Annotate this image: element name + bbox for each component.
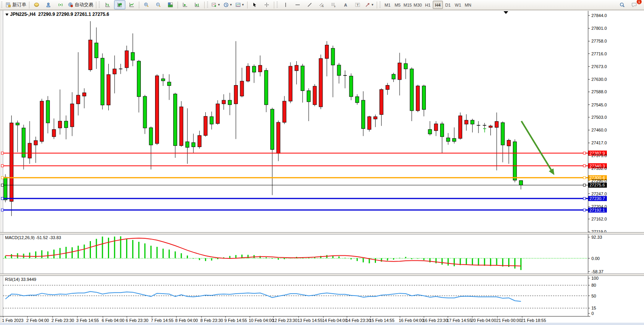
status-strip [0, 323, 644, 325]
dropdown-caret-icon[interactable]: ▼ [241, 3, 244, 7]
macd-histogram-bar [211, 258, 212, 261]
tile-windows-button[interactable] [165, 0, 176, 9]
funds-button[interactable] [31, 0, 42, 9]
fibonacci-button[interactable]: F [328, 0, 339, 9]
dropdown-caret-icon[interactable]: ▼ [217, 3, 220, 7]
toolbar-separator [377, 2, 377, 9]
text-label-button[interactable]: T [352, 0, 363, 9]
bear-candle [192, 143, 195, 147]
macd-histogram-bar [132, 240, 133, 258]
timeframe-h1-button[interactable]: H1 [423, 1, 433, 9]
crosshair-button[interactable] [261, 0, 272, 9]
notifications-button[interactable]: 1 [629, 0, 640, 9]
macd-histogram-bar [441, 258, 442, 265]
bull-candle [240, 81, 244, 96]
bear-candle [161, 79, 165, 81]
macd-histogram-bar [72, 247, 73, 258]
zoom-in-button[interactable] [141, 0, 152, 9]
chart-title: JPN225-,H4 27290.9 27290.9 27261.1 27275… [5, 12, 109, 17]
chart-shift-button[interactable] [191, 0, 203, 9]
rsi-indicator-label: RSI(14) 33.9449 [5, 277, 36, 282]
macd-histogram-bar [150, 246, 152, 258]
price-line-label: 27230.7 [589, 196, 605, 201]
macd-histogram-bar [466, 258, 467, 265]
text-button[interactable]: A [340, 0, 351, 9]
auto-trading-button[interactable]: 自动交易 [67, 0, 94, 9]
price-axis-label: 27716.0 [591, 51, 607, 56]
macd-histogram-bar [53, 250, 55, 258]
timeframe-m5-button[interactable]: M5 [393, 1, 403, 9]
new-order-button[interactable]: 新订单 [5, 0, 27, 9]
chart-canvas[interactable]: 27382.927340.327300.427275.627230.727192… [0, 0, 644, 325]
bar-chart-button[interactable] [102, 0, 113, 9]
main-toolbar: 新订单自动交易▼▼▼EFAT▼M1M5M15M30H1H4D1W1MN1 [0, 0, 644, 10]
cursor-button[interactable] [249, 0, 260, 9]
line-handle[interactable] [1, 165, 3, 167]
rsi-axis-label: 15 [591, 306, 596, 310]
zoom-out-button[interactable] [153, 0, 164, 9]
line-chart-button[interactable] [126, 0, 137, 9]
bull-candle [374, 117, 377, 119]
line-handle[interactable] [583, 197, 586, 200]
arrows-button[interactable]: ▼ [364, 0, 375, 9]
price-axis-label: 27503.0 [591, 115, 607, 120]
bull-candle [222, 100, 225, 104]
time-axis-label: 16 Feb 23:30 [423, 318, 448, 323]
dropdown-caret-icon[interactable]: ▼ [229, 3, 232, 7]
line-handle[interactable] [1, 184, 3, 186]
timeframe-w1-button[interactable]: W1 [453, 1, 463, 9]
ohlc-readout: 27290.9 27290.9 27261.1 27275.6 [38, 12, 109, 17]
bull-candle [113, 69, 116, 74]
trendline-icon [307, 2, 312, 7]
timeframe-m15-button[interactable]: M15 [403, 1, 413, 9]
timeframe-m30-button[interactable]: M30 [413, 1, 423, 9]
time-axis-label: 16 Feb 04:00 [399, 318, 424, 323]
horizontal-line-button[interactable] [292, 0, 303, 9]
line-handle[interactable] [583, 184, 586, 186]
chevron-down-icon[interactable] [5, 14, 9, 16]
template-icon [236, 2, 241, 7]
equidistant-channel-button[interactable]: E [316, 0, 327, 9]
trendline-button[interactable] [304, 0, 315, 9]
price-axis-label: 27630.0 [591, 77, 607, 82]
period-button[interactable]: ▼ [222, 0, 234, 9]
macd-histogram-bar [520, 258, 521, 270]
line-handle[interactable] [1, 197, 3, 200]
auto-scroll-button[interactable] [179, 0, 191, 9]
dropdown-caret-icon[interactable]: ▼ [371, 3, 374, 7]
timeframe-h4-button[interactable]: H4 [433, 1, 443, 9]
bull-candle [434, 124, 438, 131]
macd-histogram-bar [102, 236, 103, 258]
line-handle[interactable] [583, 152, 586, 154]
line-handle[interactable] [1, 152, 3, 154]
time-axis-label: 7 Feb 14:55 [151, 318, 174, 323]
line-handle[interactable] [583, 165, 586, 167]
new-order-button-label: 新订单 [12, 2, 26, 8]
template-button[interactable]: ▼ [234, 0, 246, 9]
hline-icon [295, 2, 300, 7]
line-handle[interactable] [583, 176, 586, 179]
candlestick-chart-button[interactable] [114, 0, 125, 9]
rsi-axis-label: 80 [591, 283, 596, 287]
toolbar-right-group: 1 [616, 0, 640, 9]
timeframe-mn-button[interactable]: MN [463, 1, 473, 9]
line-handle[interactable] [1, 176, 3, 179]
timeframe-m1-button[interactable]: M1 [383, 1, 393, 9]
bear-candle [446, 138, 450, 141]
price-axis-label: 27460.0 [591, 128, 607, 132]
symbol-period-label: JPN225-,H4 [10, 12, 36, 17]
line-handle[interactable] [1, 209, 3, 211]
search-button[interactable] [617, 0, 628, 9]
vertical-line-button[interactable] [280, 0, 291, 9]
signals-button[interactable] [55, 0, 66, 9]
bear-candle [137, 61, 140, 97]
line-handle[interactable] [583, 209, 586, 211]
new-chart-button[interactable]: ▼ [210, 0, 222, 9]
bull-candle [386, 86, 389, 90]
bull-candle [489, 126, 492, 127]
svg-text:F: F [334, 5, 336, 8]
svg-text:A: A [344, 3, 347, 7]
account-button[interactable] [43, 0, 54, 9]
bear-candle [392, 74, 395, 79]
timeframe-d1-button[interactable]: D1 [443, 1, 453, 9]
